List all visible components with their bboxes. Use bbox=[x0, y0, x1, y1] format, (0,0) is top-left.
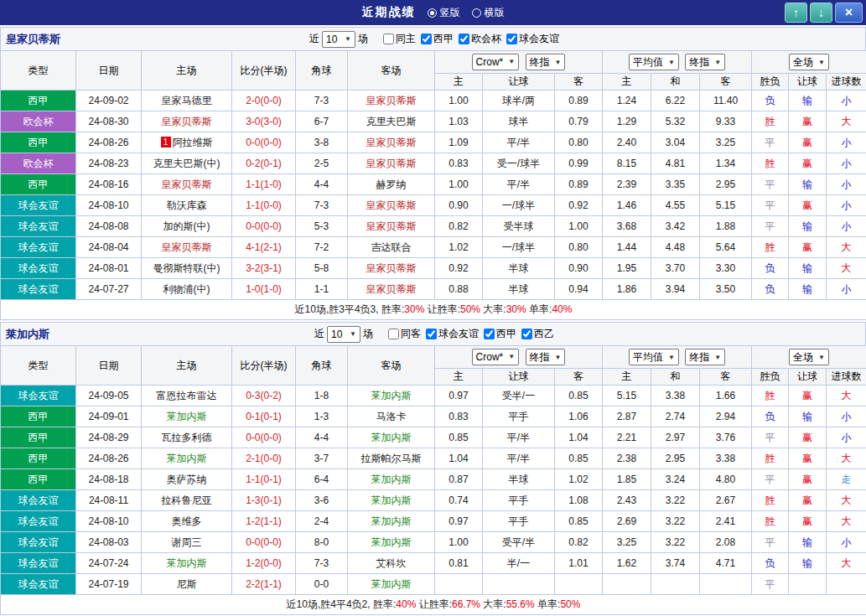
match-score[interactable]: 1-1(1-0) bbox=[232, 174, 296, 195]
away-team[interactable]: 皇家贝蒂斯 bbox=[348, 91, 435, 111]
league-filter-checkbox[interactable]: 欧会杯 bbox=[454, 32, 501, 46]
bookmaker-select[interactable]: Crow*▼ bbox=[472, 54, 520, 70]
home-team[interactable]: 皇家贝蒂斯 bbox=[142, 174, 232, 195]
league-filter-checkbox[interactable]: 西甲 bbox=[417, 32, 454, 46]
home-team[interactable]: 勒沃库森 bbox=[142, 195, 232, 216]
away-team[interactable]: 莱加内斯 bbox=[348, 386, 435, 406]
league-filter-checkbox[interactable]: 西甲 bbox=[480, 327, 516, 341]
fullmatch-select[interactable]: 全场▼ bbox=[789, 54, 829, 70]
home-team[interactable]: 加的斯(中) bbox=[142, 216, 232, 237]
away-team[interactable]: 皇家贝蒂斯 bbox=[348, 132, 435, 153]
match-score[interactable]: 0-1(0-1) bbox=[232, 406, 296, 427]
home-team[interactable]: 皇家贝蒂斯 bbox=[142, 111, 232, 132]
away-team[interactable]: 皇家贝蒂斯 bbox=[348, 216, 435, 237]
league-filter-input[interactable] bbox=[421, 34, 432, 44]
odds-kind-select[interactable]: 终指▼ bbox=[526, 54, 566, 70]
home-team[interactable]: 利物浦(中) bbox=[142, 279, 232, 300]
away-team[interactable]: 莱加内斯 bbox=[348, 532, 435, 553]
away-team[interactable]: 莱加内斯 bbox=[348, 469, 435, 490]
away-team[interactable]: 莱加内斯 bbox=[348, 511, 435, 532]
odds-home: 1.09 bbox=[435, 132, 483, 153]
match-score[interactable]: 1-2(1-1) bbox=[232, 511, 296, 532]
match-score[interactable]: 4-1(2-1) bbox=[232, 237, 296, 258]
avg-kind-select[interactable]: 终指▼ bbox=[685, 349, 725, 365]
avg-away: 4.80 bbox=[700, 469, 752, 490]
move-down-button[interactable]: ↓ bbox=[810, 3, 832, 23]
bookmaker-select[interactable]: Crow*▼ bbox=[472, 349, 520, 365]
same-venue-input[interactable] bbox=[383, 34, 394, 44]
match-score[interactable]: 1-3(0-1) bbox=[232, 490, 296, 511]
league-filter-checkbox[interactable]: 西乙 bbox=[517, 327, 554, 341]
home-team[interactable]: 莱加内斯 bbox=[142, 553, 232, 574]
away-team[interactable]: 马洛卡 bbox=[348, 406, 435, 427]
league-filter-input[interactable] bbox=[459, 34, 469, 44]
home-team[interactable]: 莱加内斯 bbox=[142, 406, 232, 427]
same-venue-input[interactable] bbox=[388, 329, 399, 339]
away-team[interactable]: 莱加内斯 bbox=[348, 490, 435, 511]
match-score[interactable]: 2-1(0-0) bbox=[232, 448, 296, 469]
same-venue-checkbox[interactable]: 同客 bbox=[384, 327, 421, 341]
away-team[interactable]: 皇家贝蒂斯 bbox=[348, 153, 435, 174]
away-team[interactable]: 克里夫巴斯 bbox=[348, 111, 435, 132]
result-goals: 小 bbox=[827, 406, 866, 427]
match-score[interactable]: 1-2(0-0) bbox=[232, 553, 296, 574]
league-filter-input[interactable] bbox=[484, 329, 495, 339]
home-team[interactable]: 奥维多 bbox=[142, 511, 232, 532]
close-button[interactable]: × bbox=[835, 3, 863, 23]
match-score[interactable]: 0-3(0-2) bbox=[232, 386, 296, 406]
odds-handicap: 平/半 bbox=[483, 174, 555, 195]
average-select[interactable]: 平均值▼ bbox=[629, 54, 679, 70]
match-score[interactable]: 2-2(1-1) bbox=[232, 574, 296, 595]
match-score[interactable]: 2-0(0-0) bbox=[232, 91, 296, 111]
fullmatch-select[interactable]: 全场▼ bbox=[789, 349, 829, 365]
home-team[interactable]: 克里夫巴斯(中) bbox=[142, 153, 232, 174]
league-filter-input[interactable] bbox=[521, 329, 532, 339]
away-team[interactable]: 皇家贝蒂斯 bbox=[348, 195, 435, 216]
away-team[interactable]: 赫罗纳 bbox=[348, 174, 435, 195]
match-score[interactable]: 0-2(0-1) bbox=[232, 153, 296, 174]
recent-count-select[interactable]: 10 ▼ bbox=[322, 31, 355, 48]
avg-draw: 3.42 bbox=[651, 216, 700, 237]
away-team[interactable]: 皇家贝蒂斯 bbox=[348, 279, 435, 300]
odds-kind-select[interactable]: 终指▼ bbox=[526, 349, 566, 365]
avg-kind-select[interactable]: 终指▼ bbox=[685, 54, 725, 70]
league-filter-input[interactable] bbox=[506, 34, 517, 44]
home-team[interactable]: 1阿拉维斯 bbox=[142, 132, 232, 153]
home-team[interactable]: 富恩拉布雷达 bbox=[142, 386, 232, 406]
same-venue-checkbox[interactable]: 同主 bbox=[379, 32, 416, 46]
league-filter-checkbox[interactable]: 球会友谊 bbox=[422, 327, 479, 341]
away-team[interactable]: 吉达联合 bbox=[348, 237, 435, 258]
away-team[interactable]: 皇家贝蒂斯 bbox=[348, 258, 435, 279]
match-score[interactable]: 3-0(3-0) bbox=[232, 111, 296, 132]
league-filter-checkbox[interactable]: 球会友谊 bbox=[502, 32, 559, 46]
match-score[interactable]: 3-2(3-1) bbox=[232, 258, 296, 279]
match-score[interactable]: 0-0(0-0) bbox=[232, 532, 296, 553]
recent-count-select[interactable]: 10 ▼ bbox=[327, 326, 360, 343]
home-team[interactable]: 皇家马德里 bbox=[142, 91, 232, 111]
match-score[interactable]: 1-0(1-0) bbox=[232, 279, 296, 300]
match-score[interactable]: 1-1(0-1) bbox=[232, 469, 296, 490]
col-result-handicap: 让球 bbox=[789, 74, 827, 91]
corner-score: 0-0 bbox=[296, 574, 348, 595]
average-select[interactable]: 平均值▼ bbox=[629, 349, 679, 365]
match-score[interactable]: 0-0(0-0) bbox=[232, 216, 296, 237]
home-team[interactable]: 瓦拉多利德 bbox=[142, 427, 232, 448]
away-team[interactable]: 莱加内斯 bbox=[348, 574, 435, 595]
view-vertical-radio[interactable]: 竖版 bbox=[428, 6, 460, 20]
match-score[interactable]: 0-0(0-0) bbox=[232, 132, 296, 153]
home-team[interactable]: 拉科鲁尼亚 bbox=[142, 490, 232, 511]
away-team[interactable]: 拉斯帕尔马斯 bbox=[348, 448, 435, 469]
home-team[interactable]: 奥萨苏纳 bbox=[142, 469, 232, 490]
match-score[interactable]: 1-1(0-0) bbox=[232, 195, 296, 216]
home-team[interactable]: 谢周三 bbox=[142, 532, 232, 553]
home-team[interactable]: 曼彻斯特联(中) bbox=[142, 258, 232, 279]
match-score[interactable]: 0-0(0-0) bbox=[232, 427, 296, 448]
league-filter-input[interactable] bbox=[426, 329, 437, 339]
away-team[interactable]: 艾科坎 bbox=[348, 553, 435, 574]
view-horizontal-radio[interactable]: 横版 bbox=[472, 6, 505, 20]
move-up-button[interactable]: ↑ bbox=[785, 3, 807, 23]
home-team[interactable]: 尼斯 bbox=[142, 574, 232, 595]
home-team[interactable]: 莱加内斯 bbox=[142, 448, 232, 469]
away-team[interactable]: 莱加内斯 bbox=[348, 427, 435, 448]
home-team[interactable]: 皇家贝蒂斯 bbox=[142, 237, 232, 258]
